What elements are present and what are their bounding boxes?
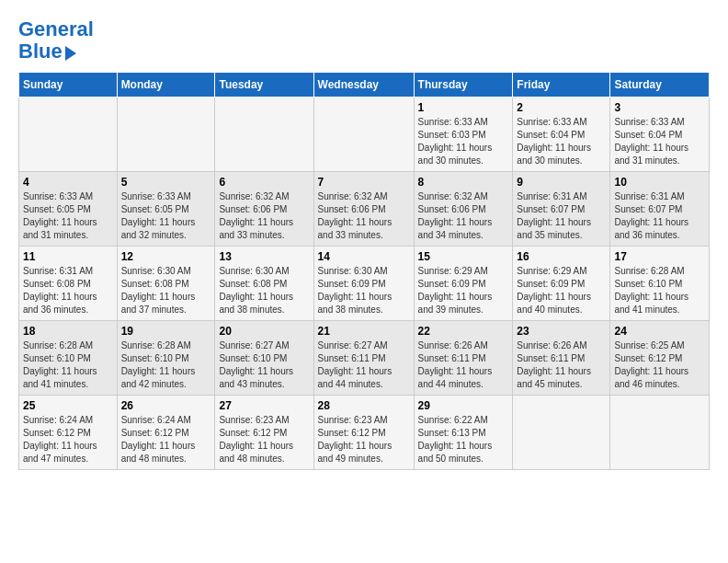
day-info: Sunrise: 6:33 AM Sunset: 6:04 PM Dayligh… [517,116,606,167]
day-number: 21 [318,325,410,338]
day-info: Sunrise: 6:27 AM Sunset: 6:10 PM Dayligh… [219,339,309,391]
calendar-cell: 19Sunrise: 6:28 AM Sunset: 6:10 PM Dayli… [117,321,215,396]
calendar-cell [513,396,610,470]
day-number: 17 [614,250,705,263]
calendar-week-4: 18Sunrise: 6:28 AM Sunset: 6:10 PM Dayli… [19,321,710,396]
day-number: 23 [517,325,606,338]
day-info: Sunrise: 6:33 AM Sunset: 6:04 PM Dayligh… [614,116,705,167]
day-number: 25 [23,399,113,412]
calendar-cell [313,98,414,172]
calendar-cell: 15Sunrise: 6:29 AM Sunset: 6:09 PM Dayli… [414,247,513,321]
calendar-cell: 23Sunrise: 6:26 AM Sunset: 6:11 PM Dayli… [513,321,610,396]
calendar-cell: 9Sunrise: 6:31 AM Sunset: 6:07 PM Daylig… [513,172,610,247]
day-number: 2 [517,101,606,114]
calendar-cell: 6Sunrise: 6:32 AM Sunset: 6:06 PM Daylig… [215,172,313,247]
logo-blue: Blue [18,40,63,63]
column-header-monday: Monday [117,73,215,98]
calendar-cell: 21Sunrise: 6:27 AM Sunset: 6:11 PM Dayli… [313,321,414,396]
calendar-cell: 17Sunrise: 6:28 AM Sunset: 6:10 PM Dayli… [610,247,710,321]
calendar-cell: 16Sunrise: 6:29 AM Sunset: 6:09 PM Dayli… [513,247,610,321]
calendar-week-5: 25Sunrise: 6:24 AM Sunset: 6:12 PM Dayli… [19,396,710,470]
day-number: 8 [418,176,509,189]
day-info: Sunrise: 6:32 AM Sunset: 6:06 PM Dayligh… [418,190,509,242]
day-number: 7 [318,176,410,189]
calendar-cell: 7Sunrise: 6:32 AM Sunset: 6:06 PM Daylig… [313,172,414,247]
day-number: 22 [418,325,509,338]
day-number: 16 [517,250,606,263]
calendar-week-1: 1Sunrise: 6:33 AM Sunset: 6:03 PM Daylig… [19,98,710,172]
day-number: 9 [517,176,606,189]
day-info: Sunrise: 6:32 AM Sunset: 6:06 PM Dayligh… [318,190,410,242]
calendar-week-3: 11Sunrise: 6:31 AM Sunset: 6:08 PM Dayli… [19,247,710,321]
calendar-cell: 18Sunrise: 6:28 AM Sunset: 6:10 PM Dayli… [19,321,118,396]
day-info: Sunrise: 6:30 AM Sunset: 6:09 PM Dayligh… [318,265,410,316]
column-header-friday: Friday [513,73,610,98]
calendar-cell: 27Sunrise: 6:23 AM Sunset: 6:12 PM Dayli… [215,396,313,470]
day-number: 4 [23,176,113,189]
day-number: 6 [219,176,309,189]
day-info: Sunrise: 6:28 AM Sunset: 6:10 PM Dayligh… [614,265,705,316]
day-info: Sunrise: 6:30 AM Sunset: 6:08 PM Dayligh… [121,265,211,316]
day-number: 12 [121,250,211,263]
day-info: Sunrise: 6:24 AM Sunset: 6:12 PM Dayligh… [23,414,113,465]
calendar-cell: 20Sunrise: 6:27 AM Sunset: 6:10 PM Dayli… [215,321,313,396]
day-number: 15 [418,250,509,263]
day-number: 13 [219,250,309,263]
page-header: General Blue [18,18,710,63]
day-info: Sunrise: 6:29 AM Sunset: 6:09 PM Dayligh… [517,265,606,316]
day-number: 18 [23,325,113,338]
day-number: 19 [121,325,211,338]
calendar-cell: 5Sunrise: 6:33 AM Sunset: 6:05 PM Daylig… [117,172,215,247]
calendar-cell: 29Sunrise: 6:22 AM Sunset: 6:13 PM Dayli… [414,396,513,470]
header-row: SundayMondayTuesdayWednesdayThursdayFrid… [19,73,710,98]
calendar-cell: 24Sunrise: 6:25 AM Sunset: 6:12 PM Dayli… [610,321,710,396]
day-info: Sunrise: 6:26 AM Sunset: 6:11 PM Dayligh… [418,339,509,391]
column-header-tuesday: Tuesday [215,73,313,98]
calendar-cell: 3Sunrise: 6:33 AM Sunset: 6:04 PM Daylig… [610,98,710,172]
day-info: Sunrise: 6:31 AM Sunset: 6:07 PM Dayligh… [614,190,705,242]
day-number: 5 [121,176,211,189]
calendar-cell: 1Sunrise: 6:33 AM Sunset: 6:03 PM Daylig… [414,98,513,172]
day-info: Sunrise: 6:29 AM Sunset: 6:09 PM Dayligh… [418,265,509,316]
calendar-cell: 28Sunrise: 6:23 AM Sunset: 6:12 PM Dayli… [313,396,414,470]
calendar-cell: 13Sunrise: 6:30 AM Sunset: 6:08 PM Dayli… [215,247,313,321]
day-info: Sunrise: 6:32 AM Sunset: 6:06 PM Dayligh… [219,190,309,242]
day-info: Sunrise: 6:28 AM Sunset: 6:10 PM Dayligh… [121,339,211,391]
calendar-cell: 11Sunrise: 6:31 AM Sunset: 6:08 PM Dayli… [19,247,118,321]
day-info: Sunrise: 6:33 AM Sunset: 6:05 PM Dayligh… [121,190,211,242]
day-info: Sunrise: 6:26 AM Sunset: 6:11 PM Dayligh… [517,339,606,391]
calendar-cell: 10Sunrise: 6:31 AM Sunset: 6:07 PM Dayli… [610,172,710,247]
calendar-cell [215,98,313,172]
calendar-header: SundayMondayTuesdayWednesdayThursdayFrid… [19,73,710,98]
day-number: 29 [418,399,509,412]
day-number: 26 [121,399,211,412]
calendar-cell [19,98,118,172]
day-number: 10 [614,176,705,189]
calendar-cell: 25Sunrise: 6:24 AM Sunset: 6:12 PM Dayli… [19,396,118,470]
calendar-cell: 22Sunrise: 6:26 AM Sunset: 6:11 PM Dayli… [414,321,513,396]
calendar-cell: 26Sunrise: 6:24 AM Sunset: 6:12 PM Dayli… [117,396,215,470]
calendar-table: SundayMondayTuesdayWednesdayThursdayFrid… [18,72,710,470]
day-number: 1 [418,101,509,114]
day-number: 24 [614,325,705,338]
calendar-cell: 14Sunrise: 6:30 AM Sunset: 6:09 PM Dayli… [313,247,414,321]
calendar-week-2: 4Sunrise: 6:33 AM Sunset: 6:05 PM Daylig… [19,172,710,247]
column-header-thursday: Thursday [414,73,513,98]
day-info: Sunrise: 6:24 AM Sunset: 6:12 PM Dayligh… [121,414,211,465]
calendar-cell: 8Sunrise: 6:32 AM Sunset: 6:06 PM Daylig… [414,172,513,247]
day-info: Sunrise: 6:25 AM Sunset: 6:12 PM Dayligh… [614,339,705,391]
calendar-cell: 4Sunrise: 6:33 AM Sunset: 6:05 PM Daylig… [19,172,118,247]
calendar-body: 1Sunrise: 6:33 AM Sunset: 6:03 PM Daylig… [19,98,710,470]
day-info: Sunrise: 6:27 AM Sunset: 6:11 PM Dayligh… [318,339,410,391]
day-info: Sunrise: 6:30 AM Sunset: 6:08 PM Dayligh… [219,265,309,316]
day-info: Sunrise: 6:23 AM Sunset: 6:12 PM Dayligh… [318,414,410,465]
day-number: 28 [318,399,410,412]
day-info: Sunrise: 6:33 AM Sunset: 6:03 PM Dayligh… [418,116,509,167]
logo-general: General [18,17,94,40]
day-number: 27 [219,399,309,412]
day-number: 20 [219,325,309,338]
day-number: 3 [614,101,705,114]
calendar-cell: 2Sunrise: 6:33 AM Sunset: 6:04 PM Daylig… [513,98,610,172]
calendar-cell: 12Sunrise: 6:30 AM Sunset: 6:08 PM Dayli… [117,247,215,321]
day-info: Sunrise: 6:31 AM Sunset: 6:07 PM Dayligh… [517,190,606,242]
